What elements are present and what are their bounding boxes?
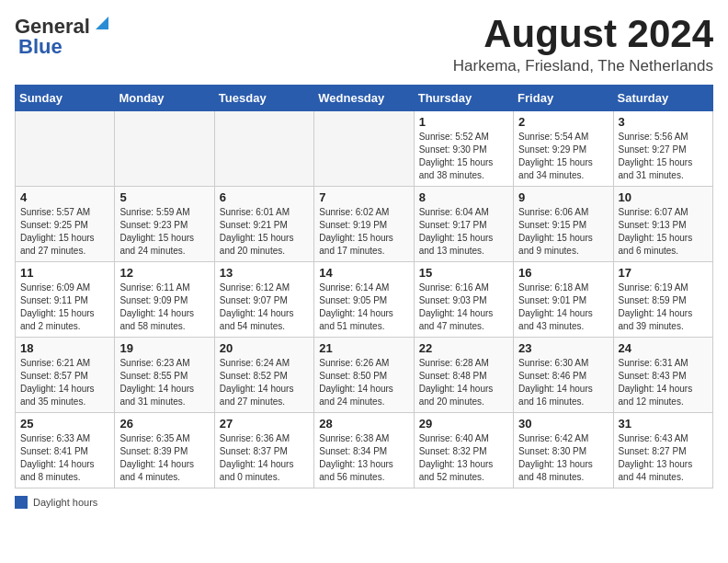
calendar-table: SundayMondayTuesdayWednesdayThursdayFrid… xyxy=(15,85,713,488)
day-number: 13 xyxy=(220,266,309,280)
calendar-cell xyxy=(115,111,214,187)
week-row-2: 11Sunrise: 6:09 AMSunset: 9:11 PMDayligh… xyxy=(16,262,713,338)
day-info: Sunrise: 6:11 AMSunset: 9:09 PMDaylight:… xyxy=(119,282,209,333)
day-info: Sunrise: 6:04 AMSunset: 9:17 PMDaylight:… xyxy=(419,206,508,258)
day-number: 24 xyxy=(619,341,708,355)
day-info: Sunrise: 6:38 AMSunset: 8:34 PMDaylight:… xyxy=(319,432,408,484)
day-number: 31 xyxy=(619,417,708,431)
logo-icon xyxy=(92,13,112,33)
calendar-cell: 31Sunrise: 6:43 AMSunset: 8:27 PMDayligh… xyxy=(613,413,712,488)
day-number: 23 xyxy=(518,341,608,355)
day-info: Sunrise: 6:43 AMSunset: 8:27 PMDaylight:… xyxy=(619,432,708,484)
legend-color-box xyxy=(15,496,28,509)
day-info: Sunrise: 6:23 AMSunset: 8:55 PMDaylight:… xyxy=(119,357,209,408)
day-number: 25 xyxy=(20,417,109,431)
day-info: Sunrise: 5:59 AMSunset: 9:23 PMDaylight:… xyxy=(119,206,209,258)
days-header-row: SundayMondayTuesdayWednesdayThursdayFrid… xyxy=(16,86,713,111)
calendar-cell: 20Sunrise: 6:24 AMSunset: 8:52 PMDayligh… xyxy=(214,338,313,413)
day-number: 18 xyxy=(20,341,109,355)
week-row-1: 4Sunrise: 5:57 AMSunset: 9:25 PMDaylight… xyxy=(16,187,713,262)
day-info: Sunrise: 6:16 AMSunset: 9:03 PMDaylight:… xyxy=(419,282,508,333)
day-number: 16 xyxy=(518,266,608,280)
day-number: 19 xyxy=(119,341,209,355)
day-number: 15 xyxy=(419,266,508,280)
calendar-cell: 22Sunrise: 6:28 AMSunset: 8:48 PMDayligh… xyxy=(414,338,513,413)
calendar-cell: 27Sunrise: 6:36 AMSunset: 8:37 PMDayligh… xyxy=(214,413,313,488)
day-number: 3 xyxy=(619,115,708,129)
day-number: 22 xyxy=(419,341,508,355)
calendar-cell: 14Sunrise: 6:14 AMSunset: 9:05 PMDayligh… xyxy=(314,262,414,338)
week-row-0: 1Sunrise: 5:52 AMSunset: 9:30 PMDaylight… xyxy=(16,111,713,187)
calendar-cell: 24Sunrise: 6:31 AMSunset: 8:43 PMDayligh… xyxy=(613,338,712,413)
day-number: 2 xyxy=(518,115,608,129)
day-number: 10 xyxy=(619,190,708,204)
day-info: Sunrise: 6:26 AMSunset: 8:50 PMDaylight:… xyxy=(319,357,408,408)
calendar-cell: 13Sunrise: 6:12 AMSunset: 9:07 PMDayligh… xyxy=(214,262,313,338)
day-info: Sunrise: 6:28 AMSunset: 8:48 PMDaylight:… xyxy=(419,357,508,408)
day-header-sunday: Sunday xyxy=(16,86,115,111)
day-header-thursday: Thursday xyxy=(414,86,513,111)
day-header-tuesday: Tuesday xyxy=(214,86,313,111)
day-info: Sunrise: 6:19 AMSunset: 8:59 PMDaylight:… xyxy=(619,282,708,333)
week-row-4: 25Sunrise: 6:33 AMSunset: 8:41 PMDayligh… xyxy=(16,413,713,488)
day-number: 29 xyxy=(419,417,508,431)
day-info: Sunrise: 6:30 AMSunset: 8:46 PMDaylight:… xyxy=(518,357,608,408)
day-info: Sunrise: 6:31 AMSunset: 8:43 PMDaylight:… xyxy=(619,357,708,408)
day-number: 6 xyxy=(220,190,309,204)
day-info: Sunrise: 6:09 AMSunset: 9:11 PMDaylight:… xyxy=(20,282,109,333)
calendar-cell xyxy=(214,111,313,187)
day-info: Sunrise: 6:02 AMSunset: 9:19 PMDaylight:… xyxy=(319,206,408,258)
location-title: Harkema, Friesland, The Netherlands xyxy=(453,57,713,75)
calendar-cell xyxy=(16,111,115,187)
calendar-cell: 6Sunrise: 6:01 AMSunset: 9:21 PMDaylight… xyxy=(214,187,313,262)
calendar-cell: 26Sunrise: 6:35 AMSunset: 8:39 PMDayligh… xyxy=(115,413,214,488)
day-header-monday: Monday xyxy=(115,86,214,111)
day-info: Sunrise: 5:52 AMSunset: 9:30 PMDaylight:… xyxy=(419,131,508,182)
calendar-cell: 10Sunrise: 6:07 AMSunset: 9:13 PMDayligh… xyxy=(613,187,712,262)
calendar-cell: 9Sunrise: 6:06 AMSunset: 9:15 PMDaylight… xyxy=(514,187,613,262)
day-info: Sunrise: 5:54 AMSunset: 9:29 PMDaylight:… xyxy=(518,131,608,182)
day-number: 20 xyxy=(220,341,309,355)
day-info: Sunrise: 6:35 AMSunset: 8:39 PMDaylight:… xyxy=(119,432,209,484)
day-number: 8 xyxy=(419,190,508,204)
day-info: Sunrise: 6:33 AMSunset: 8:41 PMDaylight:… xyxy=(20,432,109,484)
calendar-cell: 23Sunrise: 6:30 AMSunset: 8:46 PMDayligh… xyxy=(514,338,613,413)
calendar-cell: 28Sunrise: 6:38 AMSunset: 8:34 PMDayligh… xyxy=(314,413,414,488)
day-number: 28 xyxy=(319,417,408,431)
day-info: Sunrise: 6:06 AMSunset: 9:15 PMDaylight:… xyxy=(518,206,608,258)
calendar-cell: 1Sunrise: 5:52 AMSunset: 9:30 PMDaylight… xyxy=(414,111,513,187)
calendar-cell: 16Sunrise: 6:18 AMSunset: 9:01 PMDayligh… xyxy=(514,262,613,338)
calendar-cell: 17Sunrise: 6:19 AMSunset: 8:59 PMDayligh… xyxy=(613,262,712,338)
day-info: Sunrise: 6:40 AMSunset: 8:32 PMDaylight:… xyxy=(419,432,508,484)
calendar-cell: 2Sunrise: 5:54 AMSunset: 9:29 PMDaylight… xyxy=(514,111,613,187)
day-header-wednesday: Wednesday xyxy=(314,86,414,111)
calendar-cell: 5Sunrise: 5:59 AMSunset: 9:23 PMDaylight… xyxy=(115,187,214,262)
day-info: Sunrise: 6:24 AMSunset: 8:52 PMDaylight:… xyxy=(220,357,309,408)
calendar-cell: 7Sunrise: 6:02 AMSunset: 9:19 PMDaylight… xyxy=(314,187,414,262)
logo-blue: Blue xyxy=(18,35,63,58)
day-number: 17 xyxy=(619,266,708,280)
day-number: 21 xyxy=(319,341,408,355)
header: General Blue August 2024 Harkema, Friesl… xyxy=(15,15,713,75)
day-header-saturday: Saturday xyxy=(613,86,712,111)
calendar-cell: 8Sunrise: 6:04 AMSunset: 9:17 PMDaylight… xyxy=(414,187,513,262)
day-number: 27 xyxy=(220,417,309,431)
calendar-cell: 21Sunrise: 6:26 AMSunset: 8:50 PMDayligh… xyxy=(314,338,414,413)
day-info: Sunrise: 6:36 AMSunset: 8:37 PMDaylight:… xyxy=(220,432,309,484)
legend-label: Daylight hours xyxy=(33,497,97,508)
calendar-cell: 25Sunrise: 6:33 AMSunset: 8:41 PMDayligh… xyxy=(16,413,115,488)
day-header-friday: Friday xyxy=(514,86,613,111)
svg-marker-0 xyxy=(96,17,108,29)
day-info: Sunrise: 6:14 AMSunset: 9:05 PMDaylight:… xyxy=(319,282,408,333)
day-number: 9 xyxy=(518,190,608,204)
day-number: 11 xyxy=(20,266,109,280)
calendar-cell: 11Sunrise: 6:09 AMSunset: 9:11 PMDayligh… xyxy=(16,262,115,338)
day-info: Sunrise: 6:07 AMSunset: 9:13 PMDaylight:… xyxy=(619,206,708,258)
calendar-cell: 30Sunrise: 6:42 AMSunset: 8:30 PMDayligh… xyxy=(514,413,613,488)
day-number: 30 xyxy=(518,417,608,431)
day-number: 4 xyxy=(20,190,109,204)
calendar-cell: 18Sunrise: 6:21 AMSunset: 8:57 PMDayligh… xyxy=(16,338,115,413)
day-info: Sunrise: 6:42 AMSunset: 8:30 PMDaylight:… xyxy=(518,432,608,484)
calendar-cell: 29Sunrise: 6:40 AMSunset: 8:32 PMDayligh… xyxy=(414,413,513,488)
week-row-3: 18Sunrise: 6:21 AMSunset: 8:57 PMDayligh… xyxy=(16,338,713,413)
